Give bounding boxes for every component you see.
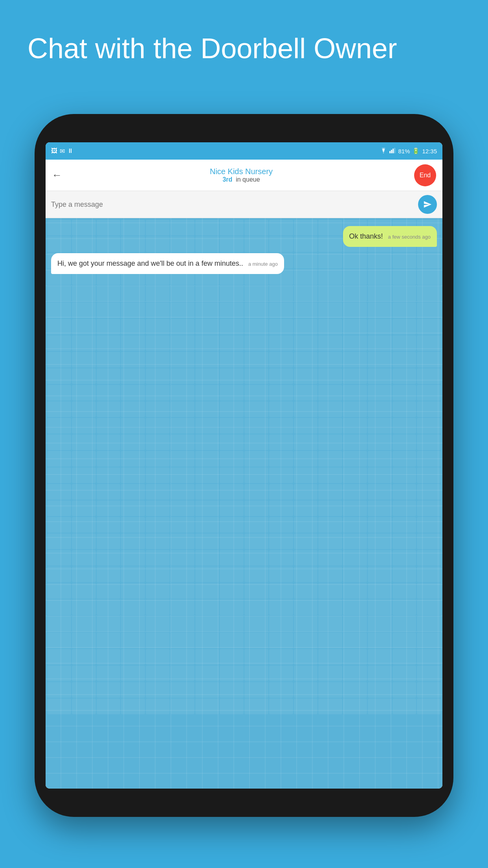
app-bar-center: Nice Kids Nursery 3rd in queue (68, 167, 414, 183)
status-icons-left: 🖼 ✉ ⏸ (51, 147, 73, 155)
message-text: Hi, we got your message and we'll be out… (57, 259, 243, 267)
message-row: Hi, we got your message and we'll be out… (51, 253, 437, 274)
svg-rect-2 (393, 149, 394, 153)
battery-percent: 81% (398, 148, 410, 154)
message-bubble-incoming: Hi, we got your message and we'll be out… (51, 253, 284, 274)
phone-shell: 🖼 ✉ ⏸ (35, 114, 453, 817)
chat-background-tiles (46, 218, 442, 789)
svg-rect-3 (394, 148, 395, 153)
pause-icon: ⏸ (67, 147, 73, 154)
message-text: Ok thanks! (349, 232, 383, 240)
status-bar: 🖼 ✉ ⏸ (46, 142, 442, 160)
battery-icon: 🔋 (412, 147, 420, 154)
status-info-right: 81% 🔋 12:35 (380, 147, 437, 154)
page-title: Chat with the Doorbell Owner (28, 31, 460, 65)
queue-status: 3rd in queue (68, 176, 414, 183)
nursery-name: Nice Kids Nursery (68, 167, 414, 176)
message-timestamp: a few seconds ago (388, 234, 431, 240)
message-input[interactable] (51, 200, 414, 209)
chat-area: Ok thanks! a few seconds ago Hi, we got … (46, 218, 442, 789)
message-row: Ok thanks! a few seconds ago (51, 226, 437, 247)
svg-rect-1 (391, 150, 392, 153)
app-bar: ← Nice Kids Nursery 3rd in queue End (46, 160, 442, 191)
message-input-bar (46, 191, 442, 218)
signal-icon (389, 148, 396, 154)
send-button[interactable] (418, 195, 437, 214)
message-timestamp: a minute ago (248, 261, 278, 267)
end-call-button[interactable]: End (414, 164, 436, 186)
queue-position: 3rd (222, 176, 232, 183)
mail-icon: ✉ (60, 147, 65, 155)
message-bubble-outgoing: Ok thanks! a few seconds ago (343, 226, 437, 247)
status-time: 12:35 (422, 148, 437, 154)
messages-container: Ok thanks! a few seconds ago Hi, we got … (51, 226, 437, 274)
svg-rect-0 (389, 151, 391, 153)
wifi-icon (380, 148, 387, 154)
queue-text: in queue (236, 176, 260, 183)
phone-screen: 🖼 ✉ ⏸ (46, 142, 442, 789)
image-icon: 🖼 (51, 147, 57, 154)
send-icon (423, 200, 432, 209)
back-button[interactable]: ← (52, 169, 62, 181)
